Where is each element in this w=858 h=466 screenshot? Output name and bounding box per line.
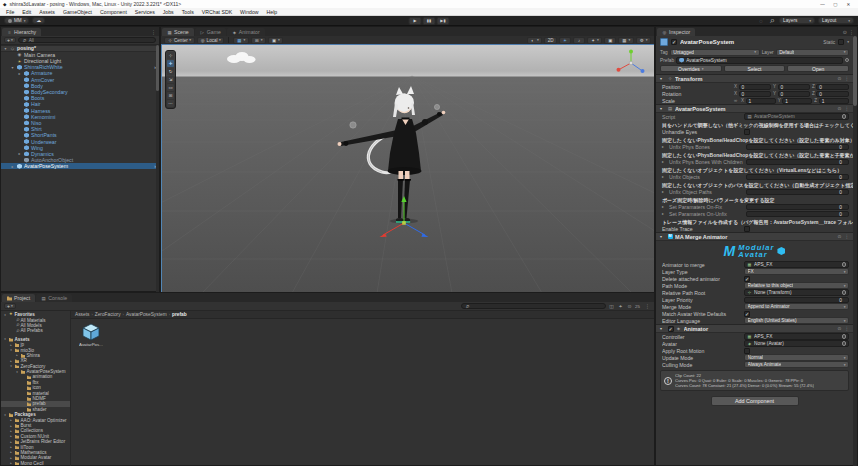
rotation-y-field[interactable]: 0 (778, 91, 810, 97)
expand-arrow-icon[interactable]: ▾ (9, 364, 13, 368)
menu-icon[interactable]: ⋮ (844, 234, 849, 239)
layout-dropdown[interactable]: Layout ▾ (818, 17, 854, 24)
lock-icon[interactable]: ⊙ (626, 304, 633, 309)
menu-edit[interactable]: Edit (18, 9, 35, 15)
animator-to-merge-object-field[interactable]: ▦APS_FX (744, 261, 849, 268)
project-folder-jetbrains-rider-editor[interactable]: ▸JetBrains Rider Editor (1, 439, 70, 444)
position-x-field[interactable]: 0 (739, 84, 771, 90)
avatar-object-field[interactable]: ◈None (Avatar) (744, 340, 849, 347)
overrides-button[interactable]: Overrides ▾ (660, 65, 722, 72)
tab-scene[interactable]: ▦Scene (162, 28, 194, 36)
expand-arrow-icon[interactable]: ▾ (3, 313, 7, 317)
set-paramaters-on-fix-field[interactable]: 0 (746, 204, 849, 210)
minimize-button[interactable]: — (816, 2, 829, 7)
scale-x-field[interactable]: 1 (746, 98, 776, 104)
view-tool-button[interactable]: ⊹ (167, 52, 174, 59)
layers-dropdown[interactable]: Layers ▾ (779, 17, 815, 24)
grid-snap-button[interactable]: ▦▾ (233, 37, 248, 44)
menu-icon[interactable]: ⋮ (849, 29, 854, 35)
match-avatar-write-defaults-checkbox[interactable]: ✓ (744, 311, 750, 317)
expand-arrow-icon[interactable]: ▸ (9, 445, 13, 449)
menu-tools[interactable]: Tools (178, 9, 198, 15)
tab-game[interactable]: ▷Game (195, 28, 226, 36)
expand-arrow-icon[interactable]: ▸ (9, 450, 13, 454)
foldout-arrow-icon[interactable]: ▸ (662, 144, 667, 149)
expand-arrow-icon[interactable]: ▸ (9, 359, 13, 363)
menu-icon[interactable]: ⋮ (844, 76, 849, 81)
static-checkbox[interactable] (838, 39, 844, 45)
gizmos-button[interactable]: ⚙▾ (636, 37, 651, 44)
hierarchy-item-posing[interactable]: ▾◇posing* (1, 45, 159, 52)
play-button[interactable]: ▶ (409, 17, 422, 25)
foldout-arrow-icon[interactable]: ▸ (662, 159, 667, 164)
2d-toggle-button[interactable]: 2D (544, 37, 557, 44)
search-icon[interactable]: ⚲ (767, 16, 777, 26)
layer-dropdown[interactable]: Default ▾ (776, 49, 849, 56)
add-component-button[interactable]: Add Component (711, 396, 799, 406)
expand-arrow-icon[interactable]: ▸ (17, 151, 22, 156)
hierarchy-search-input[interactable]: ⚲ All (18, 37, 156, 43)
expand-arrow-icon[interactable]: ▸ (15, 353, 19, 357)
chevron-down-icon[interactable]: ▾ (847, 40, 849, 44)
merge-mode-dropdown[interactable]: Append to Animator▾ (744, 303, 849, 310)
menu-jobs[interactable]: Jobs (159, 9, 178, 15)
tab-animator[interactable]: ◈Animator (227, 28, 265, 36)
scene-audio-button[interactable]: ♪ (573, 37, 585, 44)
unhandle-eyes-checkbox[interactable] (744, 129, 750, 135)
expand-arrow-icon[interactable]: ▸ (9, 429, 13, 433)
close-button[interactable]: ✕ (842, 2, 855, 7)
expand-arrow-icon[interactable]: ▾ (3, 413, 7, 417)
object-picker-icon[interactable] (842, 334, 847, 339)
expand-arrow-icon[interactable]: ▸ (9, 440, 13, 444)
ma-merge-animator-header[interactable]: ▾ M MA Merge Animator ⊙⋮ (656, 232, 853, 241)
unfix-phys-bones-with-children-field[interactable]: 0 (746, 159, 849, 165)
editor-language-dropdown[interactable]: English (United States)▾ (744, 317, 849, 324)
update-mode-dropdown[interactable]: Normal▾ (744, 354, 849, 361)
tag-dropdown[interactable]: Untagged ▾ (670, 49, 760, 56)
local-handle-dropdown[interactable]: ◎Local▾ (197, 37, 225, 44)
transform-tool-button[interactable]: ⊞ (167, 92, 174, 99)
shading-mode-button[interactable]: ◐▾ (527, 37, 542, 44)
position-z-field[interactable]: 0 (816, 84, 849, 90)
object-picker-icon[interactable] (842, 114, 847, 119)
controller-object-field[interactable]: ▦APS_FX (744, 333, 849, 340)
preset-icon[interactable]: ⊙ (838, 234, 842, 239)
set-paramaters-on-unfix-field[interactable]: 0 (746, 211, 849, 217)
breadcrumb-item-zerofactory[interactable]: ZeroFactory (95, 312, 121, 317)
layer-type-dropdown[interactable]: FX▾ (744, 268, 849, 275)
scale-z-field[interactable]: 1 (819, 98, 849, 104)
expand-arrow-icon[interactable]: ▸ (9, 456, 13, 460)
expand-arrow-icon[interactable]: ▸ (10, 164, 15, 169)
orientation-gizmo[interactable] (617, 50, 645, 74)
tab-console[interactable]: ▤Console (36, 294, 72, 302)
menu-help[interactable]: Help (263, 9, 282, 15)
menu-icon[interactable]: ⋮ (151, 29, 156, 35)
foldout-arrow-icon[interactable]: ▸ (662, 211, 667, 216)
foldout-arrow-icon[interactable]: ▾ (660, 326, 665, 331)
expand-arrow-icon[interactable]: ▸ (17, 71, 22, 76)
tab-project[interactable]: Project (2, 294, 35, 302)
foldout-arrow-icon[interactable]: ▸ (662, 174, 667, 179)
tab-inspector[interactable]: ◎ Inspector (657, 28, 695, 36)
unfix-objects-field[interactable]: 0 (746, 174, 849, 180)
inspector-scrollbar[interactable] (853, 36, 857, 466)
transform-component-header[interactable]: ▾ ⊹ Transform ⊙⋮ (656, 74, 853, 83)
expand-arrow-icon[interactable]: ▸ (9, 343, 13, 347)
menu-vrchat-sdk[interactable]: VRChat SDK (198, 9, 236, 15)
breadcrumb-item-avatarposesystem[interactable]: AvatarPoseSystem (126, 312, 167, 317)
pause-button[interactable]: ▮▮ (423, 17, 436, 25)
expand-arrow-icon[interactable]: ▾ (3, 46, 8, 51)
asset-item-prefab[interactable]: AvatarPos... (77, 323, 105, 347)
hidden-packages-count[interactable]: 25 (635, 304, 642, 309)
breadcrumb-item-assets[interactable]: Assets (75, 312, 89, 317)
move-tool-button[interactable]: ✚ (167, 60, 174, 67)
scene-viewport[interactable]: ⊹✚↻⇲▭⊞⋯ (161, 45, 654, 293)
object-picker-icon[interactable] (842, 290, 847, 295)
menu-window[interactable]: Window (236, 9, 262, 15)
cloud-button[interactable]: ☁ (32, 17, 45, 24)
prefab-object-field[interactable]: AvatarPoseSystem (676, 57, 842, 64)
object-picker-icon[interactable] (845, 58, 850, 63)
maximize-button[interactable]: ▢ (829, 2, 842, 7)
expand-arrow-icon[interactable]: ▸ (9, 461, 13, 465)
project-folder-all-prefabs[interactable]: ⚲All Prefabs (1, 328, 70, 333)
